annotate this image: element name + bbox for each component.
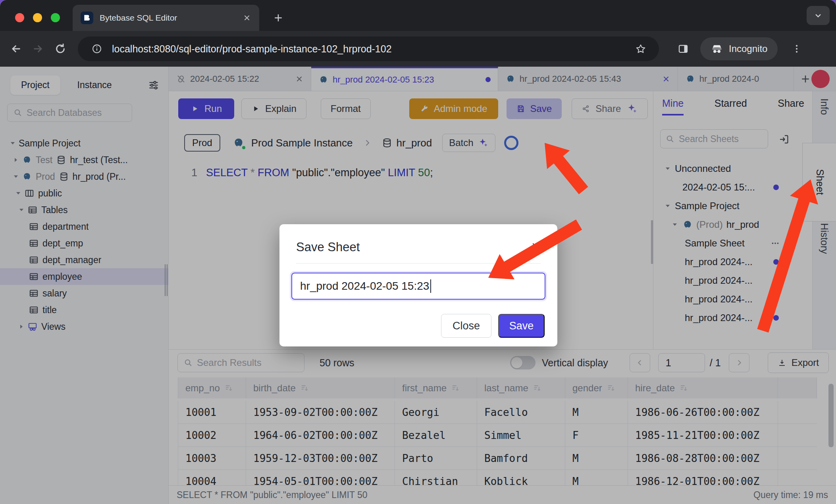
editor-tab-hr-prod-2024-02-05-15-43[interactable]: hr_prod 2024-02-05 15:43 [498, 67, 678, 91]
tree-item-department[interactable]: department [0, 218, 168, 235]
avatar[interactable] [811, 70, 830, 88]
sheet-item-hr-prod-2024[interactable]: hr_prod 2024-... [653, 290, 812, 308]
sheet-name-input[interactable]: hr_prod 2024-02-05 15:23 [291, 273, 545, 300]
modal-close-icon[interactable] [530, 241, 541, 252]
sheet-item-sample-sheet[interactable]: Sample Sheet [653, 234, 812, 252]
run-button[interactable]: Run [178, 98, 234, 119]
strip-tab-history[interactable]: History [819, 223, 830, 254]
tree-item-tables[interactable]: Tables [0, 202, 168, 218]
vertical-display-toggle[interactable] [510, 356, 536, 369]
close-tab-icon[interactable] [243, 13, 251, 22]
sheet-item-hr-prod-2024[interactable]: hr_prod 2024-... [653, 252, 812, 271]
tree-item-hr-test-test[interactable]: Testhr_test (Test... [0, 152, 168, 168]
sidebar-resize-handle[interactable] [165, 264, 168, 296]
tree-item-label: public [38, 188, 62, 199]
editor-tab-label: hr_prod 2024-0 [699, 74, 787, 84]
modal-divider [296, 263, 541, 264]
forward-icon[interactable] [32, 42, 44, 55]
zoom-window-button[interactable] [51, 13, 60, 22]
tab-mine[interactable]: Mine [662, 98, 684, 115]
tree-item-views[interactable]: Views [0, 318, 168, 335]
more-options-icon[interactable] [770, 238, 780, 248]
close-window-button[interactable] [15, 13, 24, 22]
table-row[interactable]: 100011953-09-02T00:00:00ZGeorgiFacelloM1… [178, 401, 830, 424]
column-header-gender[interactable]: gender [565, 377, 628, 398]
column-header-emp-no[interactable]: emp_no [178, 377, 246, 398]
tree-item-title[interactable]: title [0, 302, 168, 318]
table-row[interactable]: 100031959-12-03T00:00:00ZPartoBamfordM19… [178, 447, 830, 470]
tree-item-sample-project[interactable]: Sample Project [0, 135, 168, 152]
tab-share[interactable]: Share [778, 98, 804, 115]
tree-item-employee[interactable]: employee [0, 268, 168, 285]
tree-item-dept-emp[interactable]: dept_emp [0, 235, 168, 252]
strip-tab-sheet[interactable]: Sheet [802, 143, 836, 221]
column-header-hire-date[interactable]: hire_date [628, 377, 778, 398]
editor-tab-hr-prod-2024-02-05-15-23[interactable]: hr_prod 2024-02-05 15:23 [311, 67, 498, 91]
cell-emp-no: 10003 [178, 447, 246, 470]
sheet-search[interactable] [660, 129, 768, 148]
modal-save-button[interactable]: Save [498, 314, 545, 338]
site-info-icon[interactable] [91, 43, 102, 54]
column-header-first-name[interactable]: first_name [395, 377, 477, 398]
database-name[interactable]: hr_prod [397, 137, 432, 149]
sheet-item-label: hr_prod 2024-... [685, 294, 753, 305]
sheet-item-hr-prod[interactable]: (Prod)hr_prod [653, 215, 812, 234]
tab-starred[interactable]: Starred [715, 98, 747, 115]
postgres-icon [22, 155, 32, 165]
reload-icon[interactable] [54, 42, 67, 55]
explain-button[interactable]: Explain [241, 98, 306, 119]
database-search-input[interactable] [27, 108, 122, 118]
tree-item-salary[interactable]: salary [0, 285, 168, 302]
share-button[interactable]: Share [572, 98, 648, 119]
browser-menu-icon[interactable] [791, 43, 802, 54]
results-search[interactable] [177, 353, 304, 372]
url-bar[interactable]: localhost:8080/sql-editor/prod-sample-in… [78, 37, 659, 61]
sheet-item-hr-prod-2024[interactable]: hr_prod 2024-... [653, 271, 812, 290]
next-page-button[interactable] [729, 353, 749, 372]
strip-tab-info[interactable]: Info [819, 98, 830, 115]
filter-settings-icon[interactable] [148, 79, 160, 91]
modal-close-button[interactable]: Close [441, 314, 491, 338]
sheet-item-sample-project[interactable]: Sample Project [653, 196, 812, 215]
close-tab-icon[interactable] [662, 75, 670, 83]
bookmark-star-icon[interactable] [635, 43, 646, 54]
sheet-item-2024-02-05-15[interactable]: 2024-02-05 15:... [653, 178, 812, 196]
back-icon[interactable] [10, 42, 22, 55]
editor-tab-2024-02-05-15-22[interactable]: 2024-02-05 15:22 [169, 67, 311, 91]
instance-name[interactable]: Prod Sample Instance [251, 137, 353, 149]
column-header-last-name[interactable]: last_name [477, 377, 565, 398]
prev-page-button[interactable] [630, 353, 650, 372]
sheet-item-hr-prod-2024[interactable]: hr_prod 2024-... [653, 308, 812, 327]
save-button[interactable]: Save [507, 98, 562, 119]
text-caret [430, 279, 431, 293]
tab-instance[interactable]: Instance [67, 75, 123, 95]
column-header-birth-date[interactable]: birth_date [246, 377, 395, 398]
new-sheet-button[interactable] [799, 73, 811, 85]
side-panel-icon[interactable] [677, 43, 689, 55]
close-tab-icon[interactable] [295, 75, 304, 83]
tree-item-dept-manager[interactable]: dept_manager [0, 252, 168, 268]
tree-item-hr-prod-pr[interactable]: Prodhr_prod (Pr... [0, 168, 168, 185]
batch-button[interactable]: Batch [442, 134, 495, 152]
tree-item-public[interactable]: public [0, 185, 168, 202]
minimize-window-button[interactable] [33, 13, 42, 22]
sheet-search-input[interactable] [679, 134, 758, 144]
format-button[interactable]: Format [321, 98, 371, 119]
results-search-input[interactable] [197, 357, 296, 368]
assistant-icon[interactable] [504, 136, 518, 150]
table-scrollbar[interactable] [828, 384, 834, 447]
sheet-item-unconnected[interactable]: Unconnected [653, 159, 812, 178]
tab-search-button[interactable] [807, 6, 830, 25]
table-row[interactable]: 100021964-06-02T00:00:00ZBezalelSimmelF1… [178, 424, 830, 447]
import-sheet-icon[interactable] [778, 133, 790, 145]
export-button[interactable]: Export [768, 352, 829, 373]
page-number-input[interactable] [658, 353, 705, 372]
new-tab-button[interactable] [272, 12, 284, 24]
table-row[interactable]: 100041954-05-01T00:00:00ZChirstianKoblic… [178, 470, 830, 485]
database-search[interactable] [7, 104, 132, 122]
editor-tab-hr-prod-2024-0[interactable]: hr_prod 2024-0 [678, 67, 794, 91]
browser-tab[interactable]: Bytebase SQL Editor [73, 5, 259, 31]
environment-chip[interactable]: Prod [184, 134, 220, 152]
admin-mode-button[interactable]: Admin mode [409, 98, 498, 119]
tab-project[interactable]: Project [10, 75, 60, 95]
